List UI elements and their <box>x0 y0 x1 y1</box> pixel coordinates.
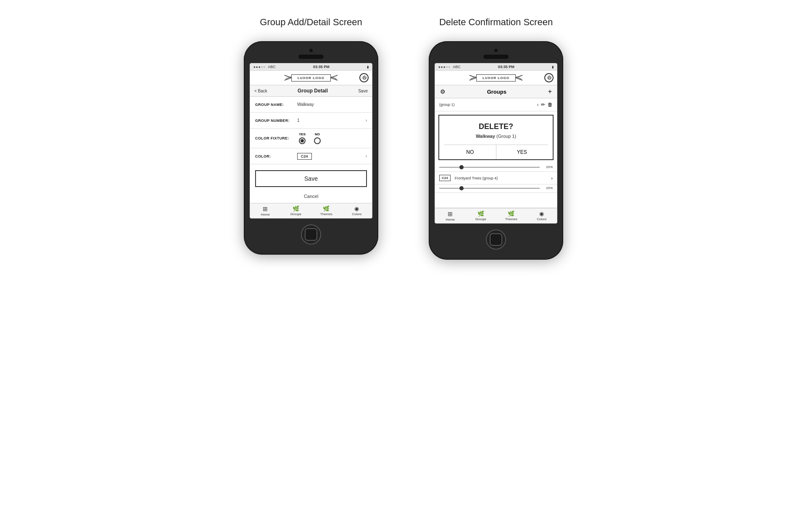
group-number-row[interactable]: GROUP NUMBER: 1 › <box>250 113 372 129</box>
home-icon-1: ⊞ <box>263 206 268 212</box>
tab-colors-2[interactable]: ◉ Colors <box>527 208 557 223</box>
tab-home-1[interactable]: ⊞ Home <box>250 203 281 218</box>
logo-bar-2: LUXOR LOGO ⏻ <box>435 71 557 85</box>
tab-groups-1[interactable]: 🌿 Groups <box>281 203 311 218</box>
tab-bar-2: ⊞ Home 🌿 Groups 🌿 Themes ◉ Colors <box>435 208 557 223</box>
speaker-2 <box>483 55 509 59</box>
screens-container: Group Add/Detail Screen ●●●○○ ABC 03:35 … <box>8 17 799 260</box>
tab-groups-2[interactable]: 🌿 Groups <box>466 208 496 223</box>
groups-nav-title: Groups <box>487 89 506 95</box>
delete-group-ref-text: (Group 1) <box>496 134 516 139</box>
phone-screen-2: ●●●○○ ABC 03:35 PM ▮ <box>435 63 557 224</box>
slider-value-2: 20% <box>542 186 553 190</box>
home-button-2[interactable] <box>486 229 506 250</box>
color-label: COLOR: <box>255 154 297 158</box>
group-number-label: GROUP NUMBER: <box>255 119 297 123</box>
nav-bar-1: < Back Group Detail Save <box>250 85 372 97</box>
slider-2[interactable] <box>439 188 540 189</box>
nav-title-1: Group Detail <box>298 88 328 94</box>
tab-bar-1: ⊞ Home 🌿 Groups 🌿 Themes ◉ Colors <box>250 203 372 218</box>
screen2-wrapper: Delete Confirmation Screen ●●●○○ ABC 03:… <box>429 17 563 260</box>
radio-yes-circle[interactable] <box>299 137 306 144</box>
colors-icon-2: ◉ <box>539 211 544 216</box>
color-code-box: C24 <box>297 153 312 160</box>
groups-icon-2: 🌿 <box>477 211 484 216</box>
group4-chevron: › <box>551 176 553 181</box>
tab-home-2[interactable]: ⊞ Home <box>435 208 466 223</box>
power-button-2[interactable]: ⏻ <box>544 73 554 82</box>
group-name-label: GROUP NAME: <box>255 103 297 107</box>
cancel-button[interactable]: Cancel <box>250 190 372 203</box>
carrier-1: ABC <box>268 65 276 69</box>
phone-bottom-1 <box>301 224 321 245</box>
tab-home-label-1: Home <box>261 213 270 216</box>
settings-gear-icon[interactable]: ⚙ <box>440 88 446 95</box>
tab-themes-2[interactable]: 🌿 Themes <box>496 208 527 223</box>
camera-2 <box>494 49 498 52</box>
screen2-title: Delete Confirmation Screen <box>439 17 553 28</box>
time-2: 03:35 PM <box>498 65 514 69</box>
delete-yes-button[interactable]: YES <box>496 145 548 159</box>
color-row[interactable]: COLOR: C24 › <box>250 148 372 164</box>
group-number-chevron: › <box>366 118 367 123</box>
phone-screen-1: ●●●○○ ABC 03:35 PM ▮ <box>250 63 372 219</box>
nav-save-1[interactable]: Save <box>358 89 368 93</box>
slider-1[interactable] <box>439 167 540 168</box>
battery-icon-2: ▮ <box>552 65 554 69</box>
radio-yes-label: YES <box>299 132 306 136</box>
themes-icon-2: 🌿 <box>508 211 514 216</box>
status-left-2: ●●●○○ ABC <box>438 65 461 69</box>
tab-themes-1[interactable]: 🌿 Themes <box>311 203 342 218</box>
delete-title: DELETE? <box>444 122 548 131</box>
save-button-container: Save <box>250 164 372 190</box>
phone-top-bar-1 <box>250 49 372 59</box>
color-fixture-row: COLOR FIXTURE: YES NO <box>250 129 372 148</box>
home-button-1[interactable] <box>301 224 321 245</box>
colors-icon-1: ◉ <box>354 206 359 211</box>
back-button-1[interactable]: < Back <box>254 89 267 93</box>
radio-no-label: NO <box>315 132 320 136</box>
slider-row-2: 20% <box>435 184 557 193</box>
radio-yes[interactable]: YES <box>299 132 306 144</box>
slider-value-1: 20% <box>542 165 553 169</box>
group-name-value: Walkway <box>297 102 367 107</box>
tab-themes-label-2: Themes <box>505 217 517 221</box>
tab-colors-label-1: Colors <box>352 212 361 216</box>
home-button-inner-1 <box>305 228 317 241</box>
groups-icon-1: 🌿 <box>293 206 299 211</box>
delete-icon-group1[interactable]: 🗑 <box>548 102 553 108</box>
radio-no-circle[interactable] <box>314 137 321 144</box>
power-icon-1: ⏻ <box>362 76 366 80</box>
signal-dots-2: ●●●○○ <box>438 65 451 69</box>
logo-bar-1: LUXOR LOGO ⏻ <box>250 71 372 85</box>
color-chevron: › <box>366 154 367 158</box>
power-button-1[interactable]: ⏻ <box>359 73 369 82</box>
slider-thumb-1 <box>459 165 464 169</box>
radio-no[interactable]: NO <box>314 132 321 144</box>
color-fixture-label: COLOR FIXTURE: <box>255 136 297 140</box>
carrier-2: ABC <box>453 65 461 69</box>
color-fixture-radios: YES NO <box>299 132 321 144</box>
delete-no-button[interactable]: NO <box>444 145 496 159</box>
edit-icon-group1[interactable]: ✏ <box>541 102 545 108</box>
group1-action-icons: ✏ 🗑 <box>541 102 553 108</box>
power-icon-2: ⏻ <box>547 76 551 80</box>
screen1-wrapper: Group Add/Detail Screen ●●●○○ ABC 03:35 … <box>244 17 378 255</box>
groups-nav-bar: ⚙ Groups + <box>435 85 557 98</box>
save-button[interactable]: Save <box>255 170 367 187</box>
tab-colors-1[interactable]: ◉ Colors <box>342 203 372 218</box>
logo-box-1: LUXOR LOGO <box>291 74 331 82</box>
tab-home-label-2: Home <box>446 218 455 221</box>
signal-dots-1: ●●●○○ <box>253 65 266 69</box>
logo-box-2: LUXOR LOGO <box>476 74 516 82</box>
status-right-2: ▮ <box>552 65 554 69</box>
group4-color-badge: C24 <box>439 175 451 181</box>
add-group-button[interactable]: + <box>548 88 552 95</box>
slider-thumb-2 <box>459 186 464 190</box>
speaker-1 <box>298 55 324 59</box>
battery-icon-1: ▮ <box>367 65 369 69</box>
home-icon-2: ⊞ <box>448 211 453 217</box>
delete-buttons: NO YES <box>444 145 548 159</box>
slider-row-1: 20% <box>435 163 557 172</box>
phone-2: ●●●○○ ABC 03:35 PM ▮ <box>429 41 563 260</box>
